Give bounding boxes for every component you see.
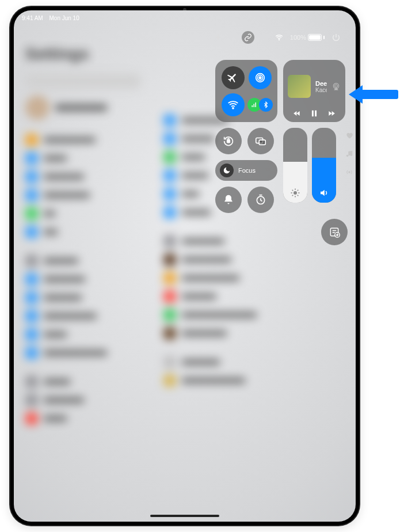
speaker-icon — [319, 188, 329, 198]
list-item — [25, 347, 140, 359]
screen: Settings 9:41 AM Mon Jun 10 + — [14, 10, 356, 522]
list-item — [163, 309, 336, 321]
music-icon[interactable] — [345, 150, 353, 158]
ipad-frame: Settings 9:41 AM Mon Jun 10 + — [10, 7, 359, 525]
airplay-icon[interactable] — [331, 82, 341, 91]
focus-label: Focus — [238, 167, 256, 174]
linked-device-icon[interactable] — [242, 31, 254, 44]
list-item — [25, 152, 140, 165]
add-control-button[interactable]: + — [215, 32, 222, 44]
wifi-button[interactable] — [222, 93, 245, 116]
svg-point-0 — [279, 40, 279, 40]
list-item — [25, 291, 140, 304]
quick-note-button[interactable] — [321, 219, 348, 245]
profile-row — [25, 96, 140, 120]
extra-controls-column — [345, 131, 353, 176]
track-artist: Kacey Musgrave — [315, 87, 327, 93]
list-item — [25, 394, 140, 406]
list-item — [25, 189, 140, 202]
sun-icon — [290, 188, 300, 198]
brightness-slider[interactable] — [283, 128, 307, 203]
list-item — [25, 273, 140, 286]
svg-point-14 — [346, 155, 349, 157]
list-item — [25, 375, 140, 388]
svg-point-15 — [350, 154, 353, 157]
play-pause-button[interactable] — [310, 109, 318, 117]
status-date: Mon Jun 10 — [49, 15, 79, 21]
svg-point-4 — [233, 107, 234, 108]
favorite-icon[interactable] — [345, 131, 353, 139]
page-title: Settings — [25, 45, 140, 63]
list-item — [163, 356, 336, 368]
list-item — [25, 254, 140, 267]
bluetooth-button[interactable] — [259, 98, 273, 112]
svg-point-13 — [294, 191, 297, 195]
list-item — [25, 412, 140, 425]
moon-icon — [220, 164, 234, 177]
previous-track-button[interactable] — [292, 109, 302, 117]
orientation-lock-button[interactable] — [215, 128, 242, 154]
now-playing-module[interactable]: Deeper Well Kacey Musgrave — [283, 60, 345, 122]
list-item — [25, 134, 140, 146]
list-item — [163, 374, 336, 387]
power-button[interactable] — [331, 33, 341, 42]
battery-text: 100% — [290, 34, 306, 41]
svg-point-16 — [349, 172, 350, 173]
control-center-topbar: + 100% — [215, 31, 341, 44]
airdrop-button[interactable] — [249, 66, 272, 89]
airplane-mode-button[interactable] — [222, 66, 245, 89]
callout-arrow — [349, 85, 398, 104]
control-center: Deeper Well Kacey Musgrave — [215, 60, 348, 245]
search-field-blurred — [25, 74, 140, 89]
svg-rect-9 — [227, 140, 230, 143]
list-item — [25, 310, 140, 322]
home-indicator[interactable] — [150, 515, 219, 517]
svg-rect-7 — [312, 111, 314, 117]
list-item — [163, 327, 336, 340]
list-item — [25, 170, 140, 183]
volume-slider[interactable] — [312, 128, 336, 203]
status-time: 9:41 AM — [22, 15, 43, 21]
connectivity-module[interactable] — [215, 60, 277, 122]
list-item — [25, 328, 140, 341]
screen-mirroring-button[interactable] — [247, 128, 274, 154]
list-item — [163, 290, 336, 303]
list-item — [25, 207, 140, 220]
focus-button[interactable]: Focus — [215, 160, 277, 181]
album-art — [288, 75, 311, 98]
svg-rect-11 — [259, 140, 265, 145]
svg-point-1 — [259, 77, 261, 79]
track-title: Deeper Well — [315, 80, 327, 87]
timer-button[interactable] — [247, 187, 274, 213]
wifi-icon — [275, 33, 283, 41]
next-track-button[interactable] — [327, 109, 336, 117]
svg-rect-8 — [315, 111, 317, 117]
status-bar: 9:41 AM Mon Jun 10 — [14, 10, 356, 25]
svg-point-6 — [335, 85, 338, 88]
broadcast-icon[interactable] — [345, 168, 353, 176]
list-item — [163, 272, 336, 284]
list-item — [163, 253, 336, 266]
silent-mode-button[interactable] — [215, 187, 242, 213]
list-item — [25, 226, 140, 238]
battery-indicator: 100% — [290, 34, 325, 41]
